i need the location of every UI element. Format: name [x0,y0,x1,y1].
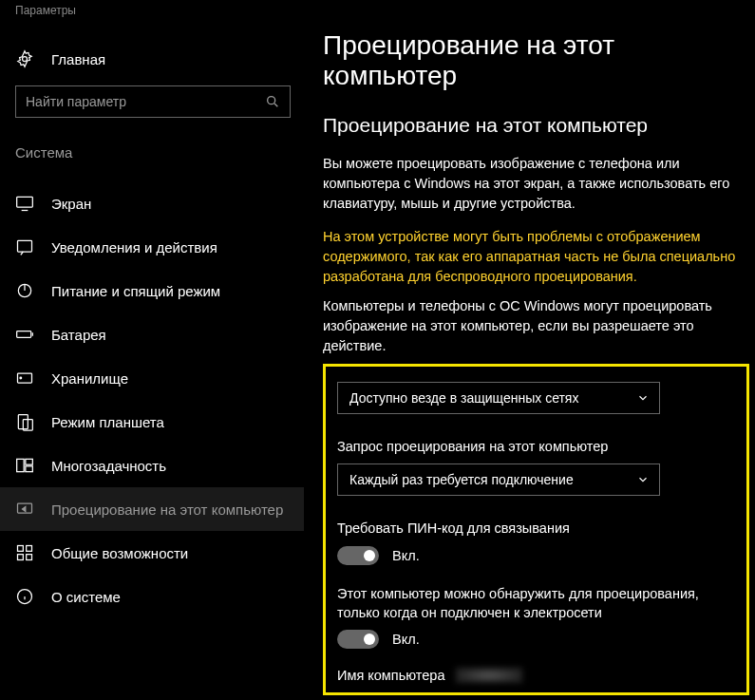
sidebar-item-label: Питание и спящий режим [51,283,220,299]
svg-point-1 [268,97,275,104]
dropdown-value: Каждый раз требуется подключение [349,472,574,487]
pin-toggle[interactable] [337,546,379,565]
info-icon [15,587,34,606]
power-icon [15,281,34,300]
home-label: Главная [51,51,105,67]
sidebar-item-storage[interactable]: Хранилище [15,356,304,400]
svg-rect-16 [26,466,33,472]
svg-rect-8 [17,331,31,338]
svg-rect-18 [18,546,24,552]
sidebar-item-label: Проецирование на этот компьютер [51,501,283,518]
sidebar: Главная Система Экран Уведомления и дейс… [0,19,304,700]
search-input[interactable] [26,94,265,109]
main-content: Проецирование на этот компьютер Проециро… [304,19,755,700]
svg-rect-20 [18,555,24,560]
sidebar-item-shared[interactable]: Общие возможности [15,531,304,575]
page-title: Проецирование на этот компьютер [323,30,749,114]
request-dropdown[interactable]: Каждый раз требуется подключение [337,464,660,496]
pin-label: Требовать ПИН-код для связывания [337,519,735,545]
sidebar-item-power[interactable]: Питание и спящий режим [15,269,304,312]
window-title: Параметры [0,0,755,19]
discover-toggle[interactable] [337,630,379,649]
section-title: Проецирование на этот компьютер [323,114,749,154]
sidebar-item-notifications[interactable]: Уведомления и действия [15,225,304,269]
sidebar-item-label: Уведомления и действия [51,239,217,255]
multitasking-icon [15,456,34,475]
sidebar-item-label: Общие возможности [51,545,188,561]
intro-text: Вы можете проецировать изображение с тел… [323,154,749,227]
tablet-icon [15,412,34,431]
svg-line-2 [274,104,277,106]
discover-toggle-state: Вкл. [392,632,420,647]
category-title: Система [15,144,304,181]
pin-toggle-state: Вкл. [392,548,420,563]
pc-name-label: Имя компьютера [337,668,444,683]
sidebar-item-multitasking[interactable]: Многозадачность [15,444,304,487]
search-box[interactable] [15,85,291,118]
sidebar-item-label: Экран [51,196,91,212]
discover-label: Этот компьютер можно обнаружить для прое… [337,584,735,631]
gear-icon [15,49,34,68]
warning-text: На этом устройстве могут быть проблемы с… [323,227,749,296]
sidebar-item-projecting[interactable]: Проецирование на этот компьютер [0,487,304,531]
sidebar-item-label: Режим планшета [51,414,164,430]
svg-rect-21 [27,555,32,560]
rename-link[interactable]: Переименовать компьютер [323,695,749,700]
notifications-icon [15,237,34,256]
dropdown-value: Доступно везде в защищенных сетях [349,390,578,406]
projecting-icon [15,500,34,519]
sidebar-item-label: Хранилище [51,370,128,387]
highlight-box: Доступно везде в защищенных сетях Запрос… [323,364,749,695]
sidebar-item-label: Многозадачность [51,458,166,474]
svg-rect-3 [17,197,33,207]
sidebar-item-about[interactable]: О системе [15,575,304,618]
permission-text: Компьютеры и телефоны с ОС Windows могут… [323,296,749,360]
svg-rect-19 [27,546,32,552]
storage-icon [15,369,34,388]
sidebar-item-label: Батарея [51,327,106,343]
sidebar-item-tablet[interactable]: Режим планшета [15,400,304,444]
svg-rect-15 [26,459,33,464]
svg-rect-14 [17,459,25,471]
availability-dropdown[interactable]: Доступно везде в защищенных сетях [337,382,660,414]
svg-point-0 [23,57,28,62]
chevron-down-icon [636,391,650,405]
search-icon [265,94,280,109]
sidebar-item-label: О системе [51,589,121,605]
svg-rect-5 [18,240,32,252]
request-label: Запрос проецирования на этот компьютер [337,437,735,464]
sidebar-item-display[interactable]: Экран [15,181,304,225]
chevron-down-icon [636,473,650,486]
monitor-icon [15,194,34,213]
svg-point-11 [20,377,22,379]
pc-name-value [456,668,522,683]
sidebar-item-battery[interactable]: Батарея [15,312,304,356]
battery-icon [15,325,34,344]
shared-icon [15,543,34,562]
home-button[interactable]: Главная [15,28,304,85]
